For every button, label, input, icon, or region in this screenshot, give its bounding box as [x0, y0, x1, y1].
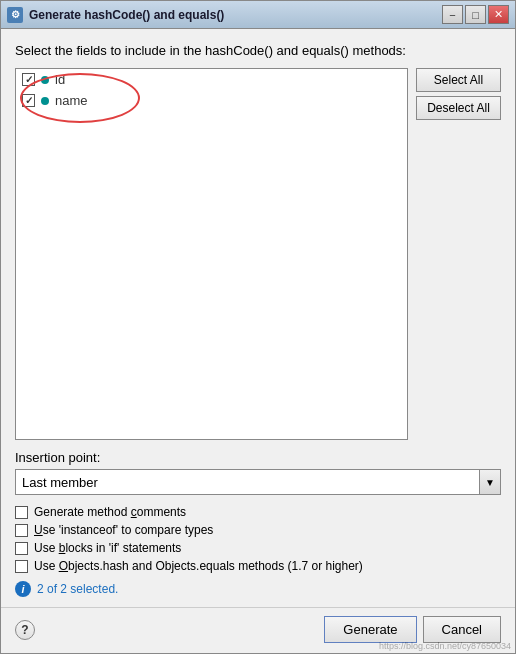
deselect-all-button[interactable]: Deselect All	[416, 96, 501, 120]
name-label: name	[55, 93, 88, 108]
watermark: https://blog.csdn.net/cy87650034	[379, 641, 511, 651]
checkboxes-section: Generate method comments Use 'instanceof…	[15, 505, 501, 573]
help-button[interactable]: ?	[15, 620, 35, 640]
minimize-button[interactable]: −	[442, 5, 463, 24]
comments-checkbox[interactable]	[15, 506, 28, 519]
dialog-content: Select the fields to include in the hash…	[1, 29, 515, 607]
status-text: 2 of 2 selected.	[37, 582, 118, 596]
window-icon: ⚙	[7, 7, 23, 23]
insertion-label: Insertion point:	[15, 450, 501, 465]
footer-buttons: Generate Cancel	[324, 616, 501, 643]
blocks-checkbox[interactable]	[15, 542, 28, 555]
objects-label: Use Objects.hash and Objects.equals meth…	[34, 559, 363, 573]
side-buttons: Select All Deselect All	[416, 68, 501, 440]
select-all-button[interactable]: Select All	[416, 68, 501, 92]
instanceof-label: Use 'instanceof' to compare types	[34, 523, 213, 537]
name-checkbox[interactable]	[22, 94, 35, 107]
window-title: Generate hashCode() and equals()	[29, 8, 442, 22]
comments-label: Generate method comments	[34, 505, 186, 519]
instanceof-checkbox[interactable]	[15, 524, 28, 537]
check-row: Generate method comments	[15, 505, 501, 519]
info-icon: i	[15, 581, 31, 597]
insertion-dropdown-wrapper: Last member First member Before current …	[15, 469, 501, 495]
blocks-label: Use blocks in 'if' statements	[34, 541, 181, 555]
generate-button[interactable]: Generate	[324, 616, 416, 643]
id-dot-icon	[41, 76, 49, 84]
title-bar: ⚙ Generate hashCode() and equals() − □ ✕	[1, 1, 515, 29]
window-controls: − □ ✕	[442, 5, 509, 24]
dialog-window: ⚙ Generate hashCode() and equals() − □ ✕…	[0, 0, 516, 654]
insertion-section: Insertion point: Last member First membe…	[15, 450, 501, 495]
id-label: id	[55, 72, 65, 87]
maximize-button[interactable]: □	[465, 5, 486, 24]
close-button[interactable]: ✕	[488, 5, 509, 24]
check-row: Use Objects.hash and Objects.equals meth…	[15, 559, 501, 573]
list-item[interactable]: id	[16, 69, 407, 90]
objects-checkbox[interactable]	[15, 560, 28, 573]
check-row: Use blocks in 'if' statements	[15, 541, 501, 555]
fields-list[interactable]: id name	[15, 68, 408, 440]
id-checkbox[interactable]	[22, 73, 35, 86]
instruction-text: Select the fields to include in the hash…	[15, 43, 501, 58]
insertion-dropdown[interactable]: Last member First member Before current …	[15, 469, 501, 495]
check-row: Use 'instanceof' to compare types	[15, 523, 501, 537]
main-area: id name Select All Deselect All	[15, 68, 501, 440]
cancel-button[interactable]: Cancel	[423, 616, 501, 643]
status-row: i 2 of 2 selected.	[15, 581, 501, 597]
list-item[interactable]: name	[16, 90, 407, 111]
name-dot-icon	[41, 97, 49, 105]
